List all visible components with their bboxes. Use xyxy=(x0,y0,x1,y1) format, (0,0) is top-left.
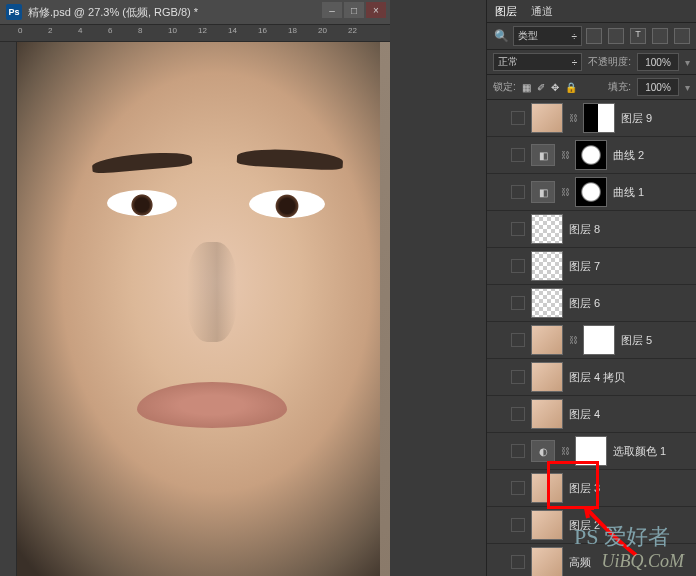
lock-paint-icon[interactable]: ✐ xyxy=(537,82,545,93)
tab-layers[interactable]: 图层 xyxy=(495,4,517,19)
layer-l4[interactable]: 图层 4 xyxy=(487,396,696,433)
mask-link-icon[interactable]: ⛓ xyxy=(561,446,569,456)
layer-name[interactable]: 图层 5 xyxy=(621,333,652,348)
layer-name[interactable]: 图层 4 拷贝 xyxy=(569,370,625,385)
layer-name[interactable]: 曲线 1 xyxy=(613,185,644,200)
maximize-button[interactable]: □ xyxy=(344,2,364,18)
visibility-toggle[interactable] xyxy=(491,111,505,125)
adjustment-icon: ◧ xyxy=(531,144,555,166)
link-box[interactable] xyxy=(511,370,525,384)
layer-l9[interactable]: ⛓图层 9 xyxy=(487,100,696,137)
link-box[interactable] xyxy=(511,444,525,458)
ruler-vertical xyxy=(0,42,17,576)
layer-mask-thumbnail[interactable] xyxy=(575,140,607,170)
filter-pixel-icon[interactable] xyxy=(586,28,602,44)
layer-thumbnail[interactable] xyxy=(531,251,563,281)
visibility-toggle[interactable] xyxy=(491,185,505,199)
layer-mask-thumbnail[interactable] xyxy=(583,103,615,133)
layer-l4c[interactable]: 图层 4 拷贝 xyxy=(487,359,696,396)
layer-mask-thumbnail[interactable] xyxy=(583,325,615,355)
link-box[interactable] xyxy=(511,518,525,532)
layer-thumbnail[interactable] xyxy=(531,362,563,392)
search-icon[interactable]: 🔍 xyxy=(493,28,509,44)
layer-thumbnail[interactable] xyxy=(531,288,563,318)
link-box[interactable] xyxy=(511,296,525,310)
visibility-toggle[interactable] xyxy=(491,370,505,384)
fill-value[interactable]: 100% xyxy=(637,78,679,96)
layer-mask-thumbnail[interactable] xyxy=(575,177,607,207)
link-box[interactable] xyxy=(511,481,525,495)
fill-label: 填充: xyxy=(608,80,631,94)
link-box[interactable] xyxy=(511,407,525,421)
mask-link-icon[interactable]: ⛓ xyxy=(561,187,569,197)
filter-type-icon[interactable]: T xyxy=(630,28,646,44)
document-title: 精修.psd @ 27.3% (低频, RGB/8) * xyxy=(28,5,198,20)
link-box[interactable] xyxy=(511,259,525,273)
layer-thumbnail[interactable] xyxy=(531,214,563,244)
tab-channels[interactable]: 通道 xyxy=(531,4,553,19)
canvas[interactable] xyxy=(17,42,390,576)
layer-name[interactable]: 选取颜色 1 xyxy=(613,444,666,459)
layer-l5[interactable]: ⛓图层 5 xyxy=(487,322,696,359)
layer-name[interactable]: 图层 8 xyxy=(569,222,600,237)
layer-name[interactable]: 图层 9 xyxy=(621,111,652,126)
layer-thumbnail[interactable] xyxy=(531,103,563,133)
layers-list: ⛓图层 9◧⛓曲线 2◧⛓曲线 1图层 8图层 7图层 6⛓图层 5图层 4 拷… xyxy=(487,100,696,576)
link-box[interactable] xyxy=(511,148,525,162)
layer-c2[interactable]: ◧⛓曲线 2 xyxy=(487,137,696,174)
layer-l8[interactable]: 图层 8 xyxy=(487,211,696,248)
adjustment-icon: ◐ xyxy=(531,440,555,462)
link-box[interactable] xyxy=(511,111,525,125)
visibility-toggle[interactable] xyxy=(491,555,505,569)
layer-name[interactable]: 图层 7 xyxy=(569,259,600,274)
visibility-toggle[interactable] xyxy=(491,518,505,532)
layer-name[interactable]: 图层 4 xyxy=(569,407,600,422)
link-box[interactable] xyxy=(511,185,525,199)
layer-name[interactable]: 图层 3 xyxy=(569,481,600,496)
layer-thumbnail[interactable] xyxy=(531,325,563,355)
visibility-toggle[interactable] xyxy=(491,259,505,273)
visibility-toggle[interactable] xyxy=(491,407,505,421)
layer-name[interactable]: 曲线 2 xyxy=(613,148,644,163)
link-box[interactable] xyxy=(511,555,525,569)
lock-all-icon[interactable]: 🔒 xyxy=(565,82,577,93)
visibility-toggle[interactable] xyxy=(491,296,505,310)
layer-l3[interactable]: 图层 3 xyxy=(487,470,696,507)
layer-thumbnail[interactable] xyxy=(531,399,563,429)
layers-panel: 图层 通道 🔍 类型 ÷ T 正常÷ 不透明度: 100% ▾ 锁定: ▦ ✐ … xyxy=(486,0,696,576)
minimize-button[interactable]: – xyxy=(322,2,342,18)
visibility-toggle[interactable] xyxy=(491,148,505,162)
layer-name[interactable]: 图层 2 xyxy=(569,518,600,533)
layer-sc1[interactable]: ◐⛓选取颜色 1 xyxy=(487,433,696,470)
layer-thumbnail[interactable] xyxy=(531,510,563,540)
close-button[interactable]: × xyxy=(366,2,386,18)
mask-link-icon[interactable]: ⛓ xyxy=(569,113,577,123)
blend-mode-select[interactable]: 正常÷ xyxy=(493,53,582,71)
filter-type-select[interactable]: 类型 ÷ xyxy=(513,26,582,46)
app-icon: Ps xyxy=(6,4,22,20)
layer-mask-thumbnail[interactable] xyxy=(575,436,607,466)
visibility-toggle[interactable] xyxy=(491,481,505,495)
layer-name[interactable]: 图层 6 xyxy=(569,296,600,311)
mask-link-icon[interactable]: ⛓ xyxy=(561,150,569,160)
filter-adjust-icon[interactable] xyxy=(608,28,624,44)
visibility-toggle[interactable] xyxy=(491,444,505,458)
opacity-value[interactable]: 100% xyxy=(637,53,679,71)
link-box[interactable] xyxy=(511,222,525,236)
lock-move-icon[interactable]: ✥ xyxy=(551,82,559,93)
layer-l2[interactable]: 图层 2 xyxy=(487,507,696,544)
layer-hp[interactable]: 高频 xyxy=(487,544,696,576)
filter-smart-icon[interactable] xyxy=(674,28,690,44)
layer-c1[interactable]: ◧⛓曲线 1 xyxy=(487,174,696,211)
visibility-toggle[interactable] xyxy=(491,222,505,236)
layer-thumbnail[interactable] xyxy=(531,473,563,503)
lock-trans-icon[interactable]: ▦ xyxy=(522,82,531,93)
filter-shape-icon[interactable] xyxy=(652,28,668,44)
layer-l6[interactable]: 图层 6 xyxy=(487,285,696,322)
visibility-toggle[interactable] xyxy=(491,333,505,347)
layer-thumbnail[interactable] xyxy=(531,547,563,576)
layer-name[interactable]: 高频 xyxy=(569,555,591,570)
layer-l7[interactable]: 图层 7 xyxy=(487,248,696,285)
mask-link-icon[interactable]: ⛓ xyxy=(569,335,577,345)
link-box[interactable] xyxy=(511,333,525,347)
